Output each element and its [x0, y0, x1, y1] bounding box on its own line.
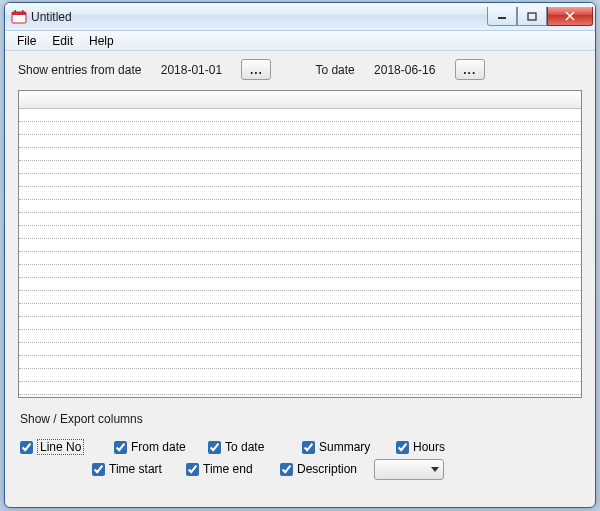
minimize-button[interactable] — [487, 7, 517, 26]
grid-row[interactable] — [19, 161, 581, 174]
grid-body — [19, 109, 581, 397]
grid-row[interactable] — [19, 226, 581, 239]
menubar: File Edit Help — [5, 31, 595, 51]
menu-edit[interactable]: Edit — [44, 32, 81, 50]
app-window: Untitled File Edit Help Show entries fro… — [4, 2, 596, 508]
close-button[interactable] — [547, 7, 593, 26]
maximize-button[interactable] — [517, 7, 547, 26]
from-date-picker-button[interactable]: ... — [241, 59, 271, 80]
grid-row[interactable] — [19, 317, 581, 330]
checkbox-hours[interactable] — [396, 441, 409, 454]
menu-help[interactable]: Help — [81, 32, 122, 50]
label-description: Description — [297, 462, 357, 476]
window-buttons — [487, 7, 593, 26]
titlebar: Untitled — [5, 3, 595, 31]
grid-row[interactable] — [19, 369, 581, 382]
svg-rect-2 — [15, 10, 17, 13]
grid-row[interactable] — [19, 187, 581, 200]
label-hours: Hours — [413, 440, 445, 454]
columns-group-title: Show / Export columns — [18, 412, 582, 426]
svg-rect-5 — [528, 13, 536, 20]
checkbox-description[interactable] — [280, 463, 293, 476]
label-time-start: Time start — [109, 462, 162, 476]
grid-row[interactable] — [19, 109, 581, 122]
grid-row[interactable] — [19, 343, 581, 356]
grid-row[interactable] — [19, 330, 581, 343]
to-date-picker-button[interactable]: ... — [455, 59, 485, 80]
grid-row[interactable] — [19, 382, 581, 395]
grid-row[interactable] — [19, 239, 581, 252]
grid-row[interactable] — [19, 304, 581, 317]
grid-row[interactable] — [19, 135, 581, 148]
label-to-date: To date — [225, 440, 264, 454]
checkbox-time-end[interactable] — [186, 463, 199, 476]
date-filter-row: Show entries from date 2018-01-01 ... To… — [12, 51, 588, 90]
grid-row[interactable] — [19, 278, 581, 291]
columns-row-2: Time start Time end Description — [18, 458, 582, 480]
label-summary: Summary — [319, 440, 370, 454]
window-title: Untitled — [31, 10, 487, 24]
checkbox-to-date[interactable] — [208, 441, 221, 454]
label-line-no: Line No — [37, 439, 84, 455]
grid-row[interactable] — [19, 356, 581, 369]
entries-grid[interactable] — [18, 90, 582, 398]
svg-rect-3 — [22, 10, 24, 13]
checkbox-line-no[interactable] — [20, 441, 33, 454]
grid-row[interactable] — [19, 174, 581, 187]
label-from-date: From date — [131, 440, 186, 454]
svg-rect-4 — [498, 17, 506, 19]
from-date-label: Show entries from date — [18, 63, 141, 77]
grid-row[interactable] — [19, 291, 581, 304]
checkbox-from-date[interactable] — [114, 441, 127, 454]
grid-row[interactable] — [19, 148, 581, 161]
to-date-label: To date — [315, 63, 354, 77]
grid-header[interactable] — [19, 91, 581, 109]
export-format-combo[interactable] — [374, 459, 444, 480]
grid-row[interactable] — [19, 122, 581, 135]
client-area: Show entries from date 2018-01-01 ... To… — [12, 51, 588, 500]
columns-group: Show / Export columns Line No From date … — [18, 412, 582, 480]
menu-file[interactable]: File — [9, 32, 44, 50]
checkbox-summary[interactable] — [302, 441, 315, 454]
grid-row[interactable] — [19, 252, 581, 265]
chevron-down-icon — [431, 467, 439, 472]
label-time-end: Time end — [203, 462, 253, 476]
grid-row[interactable] — [19, 265, 581, 278]
app-icon — [11, 9, 27, 25]
svg-rect-1 — [12, 12, 26, 15]
columns-row-1: Line No From date To date Summary Hours — [18, 436, 582, 458]
checkbox-time-start[interactable] — [92, 463, 105, 476]
from-date-value: 2018-01-01 — [151, 63, 231, 77]
grid-row[interactable] — [19, 200, 581, 213]
to-date-value: 2018-06-16 — [365, 63, 445, 77]
grid-row[interactable] — [19, 213, 581, 226]
